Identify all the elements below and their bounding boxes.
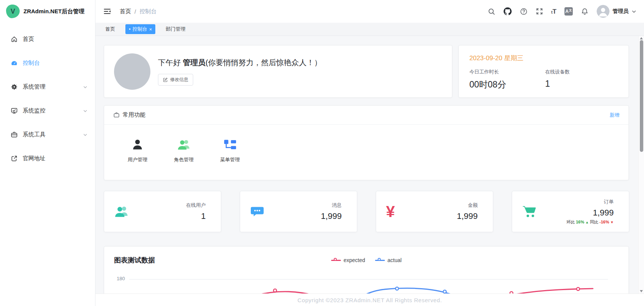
logo-row[interactable]: V ZRAdmin.NET后台管理 <box>0 0 95 23</box>
user-menu[interactable]: 管理员 <box>597 5 636 18</box>
bell-icon[interactable] <box>581 8 589 16</box>
help-icon[interactable] <box>520 8 528 16</box>
tab-close-icon[interactable]: × <box>149 27 152 32</box>
work-time-value: 00时08分 <box>469 79 545 91</box>
app-window: V ZRAdmin.NET后台管理 首页 控制台 系统管理 <box>0 0 644 306</box>
chevron-down-icon <box>83 85 88 89</box>
chart-legend: expected actual <box>104 257 628 263</box>
quick-item-menu-admin[interactable]: 菜单管理 <box>216 137 244 163</box>
online-devices-block: 在线设备数 1 <box>545 69 570 91</box>
stat-card-orders: 订单 1,999 环比 16% ▲ 同比 -16% ▼ <box>512 191 629 232</box>
day-columns: 今日工作时长 00时08分 在线设备数 1 <box>469 69 618 91</box>
quick-item-label: 角色管理 <box>174 156 194 163</box>
sidebar: V ZRAdmin.NET后台管理 首页 控制台 系统管理 <box>0 0 95 306</box>
quick-functions-label: 常用功能 <box>123 111 145 119</box>
font-size-icon[interactable]: tT <box>551 8 556 15</box>
toolbox-icon <box>11 131 18 139</box>
main-area: 首页 / 控制台 tT A文 <box>95 0 644 36</box>
legend-item-actual[interactable]: actual <box>375 257 402 263</box>
breadcrumb-home[interactable]: 首页 <box>120 8 131 15</box>
stat-label: 订单 <box>566 198 614 205</box>
top-navbar: 首页 / 控制台 tT A文 <box>95 0 644 23</box>
chevron-down-icon <box>83 133 88 137</box>
briefcase-icon <box>113 112 120 118</box>
scrollbar-thumb[interactable] <box>640 40 643 152</box>
user-avatar-large[interactable] <box>114 53 150 90</box>
work-time-label: 今日工作时长 <box>469 69 545 75</box>
tab-bar: 首页 ● 控制台 × 部门管理 <box>95 23 644 36</box>
legend-marker-icon <box>331 258 341 263</box>
gridline <box>129 279 608 279</box>
edit-profile-label: 修改信息 <box>170 76 188 83</box>
sidebar-item-system-admin[interactable]: 系统管理 <box>0 75 95 99</box>
stat-label: 消息 <box>321 202 342 209</box>
sidebar-item-label: 官网地址 <box>23 155 45 162</box>
tab-dashboard[interactable]: ● 控制台 × <box>125 24 155 34</box>
welcome-greeting: 下午好 管理员(你要悄悄努力，然后惊艳众人！） <box>158 58 322 68</box>
sidebar-item-label: 系统监控 <box>23 107 45 114</box>
sidebar-item-label: 系统工具 <box>23 131 45 138</box>
scrollbar-up-arrow-icon[interactable] <box>640 37 643 39</box>
sidebar-item-home[interactable]: 首页 <box>0 27 95 51</box>
work-time-block: 今日工作时长 00时08分 <box>469 69 545 91</box>
users-icon <box>114 205 129 219</box>
sidebar-item-label: 系统管理 <box>23 83 45 91</box>
stat-label: 金额 <box>457 202 478 209</box>
trend-mom-value: 16% <box>576 220 584 224</box>
menu-tree-icon <box>224 137 236 151</box>
quick-functions-header: 常用功能 新增 <box>104 106 628 125</box>
stat-text-block: 金额 1,999 <box>457 202 483 221</box>
quick-item-label: 菜单管理 <box>220 156 240 163</box>
tab-home[interactable]: 首页 <box>105 26 115 33</box>
translate-icon[interactable]: A文 <box>564 7 573 16</box>
yen-icon: ¥ <box>386 204 395 220</box>
tab-active-dot: ● <box>129 28 131 31</box>
stat-value: 1,999 <box>566 208 614 218</box>
legend-item-expected[interactable]: expected <box>331 257 365 263</box>
footer: Copyright ©2023 ZRAdmin.NET All Rights R… <box>95 294 644 306</box>
username: 管理员 <box>613 8 628 15</box>
legend-label: actual <box>388 257 402 263</box>
edit-profile-button[interactable]: 修改信息 <box>158 74 193 86</box>
trend-yoy-value: -16% <box>599 220 609 224</box>
sidebar-item-dashboard[interactable]: 控制台 <box>0 51 95 75</box>
chevron-down-icon <box>83 109 88 113</box>
sidebar-menu: 首页 控制台 系统管理 系统监控 <box>0 23 95 170</box>
quick-item-role-admin[interactable]: 角色管理 <box>170 137 197 163</box>
stat-trend: 环比 16% ▲ 同比 -16% ▼ <box>566 219 614 225</box>
tab-departments[interactable]: 部门管理 <box>166 26 185 33</box>
stat-value: 1 <box>186 211 206 221</box>
stat-text-block: 订单 1,999 环比 16% ▲ 同比 -16% ▼ <box>566 198 619 225</box>
gear-icon <box>11 83 18 91</box>
message-icon <box>250 205 264 218</box>
search-icon[interactable] <box>488 8 496 16</box>
dashboard-icon <box>11 59 18 67</box>
date-heading: 2023-09-20 星期三 <box>469 54 618 62</box>
add-quick-function-link[interactable]: 新增 <box>610 112 619 119</box>
greeting-message: (你要悄悄努力，然后惊艳众人！） <box>206 58 322 67</box>
vertical-scrollbar[interactable] <box>638 36 644 294</box>
breadcrumb-current: 控制台 <box>139 8 156 15</box>
tab-label: 控制台 <box>133 26 147 33</box>
home-icon <box>11 36 18 43</box>
translate-sub-letter: 文 <box>569 8 572 12</box>
quick-functions-body: 用户管理 角色管理 菜单管理 <box>104 125 628 163</box>
online-devices-value: 1 <box>545 79 570 89</box>
navbar-actions: tT A文 管理员 <box>488 5 636 18</box>
scrollbar-down-arrow-icon[interactable] <box>640 290 643 292</box>
avatar <box>597 5 610 18</box>
stat-card-online-users: 在线用户 1 <box>104 191 221 232</box>
sidebar-item-label: 控制台 <box>23 59 40 67</box>
sidebar-item-system-tools[interactable]: 系统工具 <box>0 123 95 147</box>
welcome-card: 下午好 管理员(你要悄悄努力，然后惊艳众人！） 修改信息 <box>104 45 452 98</box>
stat-text-block: 在线用户 1 <box>186 202 211 221</box>
github-icon[interactable] <box>503 7 512 16</box>
sidebar-item-website[interactable]: 官网地址 <box>0 147 95 170</box>
yen-glyph: ¥ <box>386 204 395 220</box>
fullscreen-icon[interactable] <box>536 8 543 15</box>
sidebar-item-system-monitor[interactable]: 系统监控 <box>0 99 95 123</box>
quick-item-user-admin[interactable]: 用户管理 <box>124 137 151 163</box>
external-link-icon <box>11 155 18 162</box>
sidebar-collapse-icon[interactable] <box>103 7 111 16</box>
monitor-icon <box>11 107 18 115</box>
